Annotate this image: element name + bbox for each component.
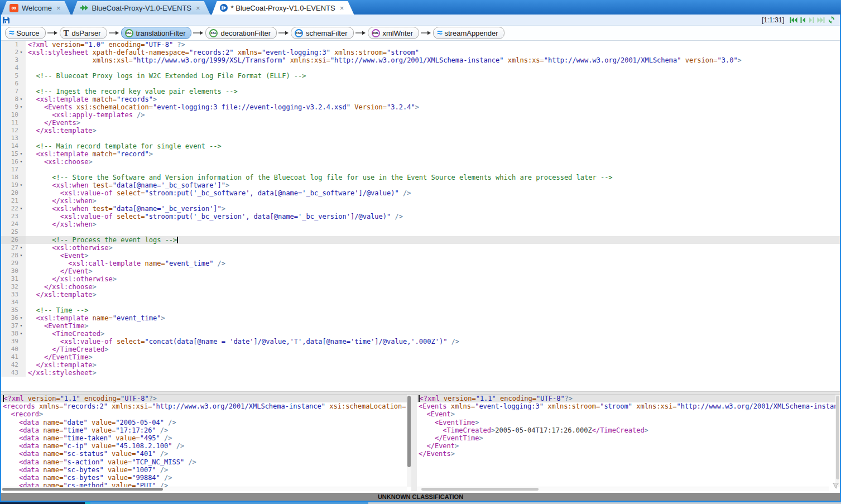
editor-line[interactable]: 40 </TimeCreated>	[1, 345, 840, 353]
gutter-line-number: 35	[1, 306, 26, 314]
editor-line[interactable]: 4	[1, 64, 840, 72]
editor-line[interactable]: 43</xsl:stylesheet>	[1, 369, 840, 377]
gutter-line-number: 30	[1, 267, 26, 275]
tab-xslt[interactable]: * BlueCoat-Proxy-V1.0-EVENTS×	[212, 1, 354, 15]
editor-line[interactable]: 6	[1, 80, 840, 88]
editor-line[interactable]: 39 <xsl:value-of select="concat(data[@na…	[1, 338, 840, 345]
code-text: <!-- Main record template for single eve…	[26, 142, 840, 150]
editor-line[interactable]: 9▾ <Events xsi:schemaLocation="event-log…	[1, 103, 840, 111]
editor-line[interactable]: 41 </EventTime>	[1, 353, 840, 361]
xslt-editor[interactable]: 1<?xml version="1.0" encoding="UTF-8" ?>…	[1, 41, 840, 391]
editor-line[interactable]: 11 </Events>	[1, 119, 840, 127]
editor-line[interactable]: 27▾ <xsl:otherwise>	[1, 244, 840, 252]
output-horizontal-scrollbar[interactable]	[417, 487, 829, 491]
editor-line[interactable]: 42 </xsl:template>	[1, 361, 840, 369]
code-text: <xsl:apply-templates />	[26, 111, 840, 119]
editor-line[interactable]: 35 <!-- Time -->	[1, 306, 840, 314]
scrollbar-thumb[interactable]	[421, 488, 539, 491]
input-vertical-scrollbar[interactable]	[407, 395, 411, 487]
pipeline-link-arrow	[355, 28, 366, 38]
code-text: <xsl:value-of select="concat(data[@name …	[26, 338, 840, 345]
pipeline-element-Source[interactable]: ≈Source	[5, 27, 46, 39]
gutter-line-number: 40	[1, 345, 26, 353]
editor-line[interactable]: 13	[1, 135, 840, 142]
pipeline-element-label: translationFilter	[136, 29, 186, 37]
editor-line[interactable]: 30 </Event>	[1, 267, 840, 275]
editor-line[interactable]: 7 <!-- Ingest the record key value pair …	[1, 88, 840, 95]
output-pane[interactable]: <?xml version="1.1" encoding="UTF-8"?><E…	[417, 395, 840, 491]
tab-close-icon[interactable]: ×	[340, 4, 344, 12]
pipeline-element-translationFilter[interactable]: XSLtranslationFilter	[121, 27, 192, 39]
tab-welcome[interactable]: ∞Welcome×	[2, 1, 71, 15]
code-text: </TimeCreated>	[26, 345, 840, 353]
editor-line[interactable]: 10 <xsl:apply-templates />	[1, 111, 840, 119]
input-horizontal-scrollbar[interactable]	[1, 487, 407, 491]
editor-line[interactable]: 18 <!-- Store the Software and Version i…	[1, 174, 840, 181]
code-text	[26, 166, 840, 174]
editor-line[interactable]: 25	[1, 228, 840, 236]
gutter-line-number: 34	[1, 299, 26, 306]
editor-line[interactable]: 31 </xsl:otherwise>	[1, 275, 840, 283]
fold-spacer	[18, 127, 24, 135]
pipeline-element-streamAppender[interactable]: ≈streamAppender	[433, 27, 504, 39]
pane-line: </Event>	[417, 442, 840, 450]
tab-feed[interactable]: BlueCoat-Proxy-V1.0-EVENTS×	[73, 1, 210, 15]
fold-spacer	[18, 267, 24, 275]
pipeline-element-schemaFilter[interactable]: XSDschemaFilter	[291, 27, 353, 39]
fold-spacer	[18, 275, 24, 283]
scrollbar-thumb[interactable]	[407, 396, 411, 467]
editor-line[interactable]: 5 <!-- Bluecoat Proxy logs in W2C Extend…	[1, 72, 840, 80]
editor-line[interactable]: 26 <!-- Process the event logs -->	[1, 236, 840, 244]
editor-line[interactable]: 28▾ <Event>	[1, 252, 840, 260]
editor-line[interactable]: 37▾ <EventTime>	[1, 322, 840, 330]
output-vertical-scrollbar[interactable]	[835, 395, 840, 487]
gutter-line-number: 43	[1, 369, 26, 377]
scrollbar-thumb[interactable]	[2, 488, 163, 491]
editor-line[interactable]: 19▾ <xsl:when test="data[@name='_bc_soft…	[1, 181, 840, 189]
editor-line[interactable]: 17	[1, 166, 840, 174]
pipeline-element-xmlWriter[interactable]: XMLxmlWriter	[368, 27, 420, 39]
fold-arrow-icon: ▾	[18, 330, 24, 338]
editor-line[interactable]: 8▾ <xsl:template match="records">	[1, 95, 840, 103]
editor-line[interactable]: 1<?xml version="1.0" encoding="UTF-8" ?>	[1, 41, 840, 49]
editor-line[interactable]: 16▾ <xsl:choose>	[1, 158, 840, 166]
fold-spacer	[18, 111, 24, 119]
editor-line[interactable]: 23 <xsl:value-of select="stroom:put('_bc…	[1, 213, 840, 220]
pane-line: </EventTime>	[417, 434, 840, 442]
code-text: </xsl:template>	[26, 361, 840, 369]
editor-line[interactable]: 22▾ <xsl:when test="data[@name='_bc_vers…	[1, 205, 840, 213]
xsd-icon: XSD	[295, 29, 303, 37]
editor-line[interactable]: 12 </xsl:template>	[1, 127, 840, 135]
fold-spacer	[18, 41, 24, 49]
classification-text: UNKNOWN CLASSIFICATION	[378, 493, 463, 500]
pipeline-element-decorationFilter[interactable]: XSLdecorationFilter	[205, 27, 277, 39]
input-pane[interactable]: <?xml version="1.1" encoding="UTF-8"?><r…	[1, 395, 411, 491]
code-text	[26, 135, 840, 142]
editor-line[interactable]: 38▾ <TimeCreated>	[1, 330, 840, 338]
previous-page-icon[interactable]	[800, 17, 806, 23]
editor-line[interactable]: 21 </xsl:when>	[1, 197, 840, 205]
tab-close-icon[interactable]: ×	[56, 4, 61, 12]
editor-line[interactable]: 14 <!-- Main record template for single …	[1, 142, 840, 150]
pipeline-element-dsParser[interactable]: TdsParser	[60, 27, 107, 39]
first-page-icon[interactable]	[790, 17, 797, 23]
editor-line[interactable]: 24 </xsl:when>	[1, 220, 840, 228]
editor-line[interactable]: 20 <xsl:value-of select="stroom:put('_bc…	[1, 189, 840, 197]
editor-line[interactable]: 3 xmlns:xsl="http://www.w3.org/1999/XSL/…	[1, 56, 840, 64]
tab-close-icon[interactable]: ×	[196, 4, 200, 12]
editor-line[interactable]: 34	[1, 299, 840, 306]
editor-line[interactable]: 32 </xsl:choose>	[1, 283, 840, 291]
editor-line[interactable]: 2▾<xsl:stylesheet xpath-default-namespac…	[1, 49, 840, 56]
scrollbar-thumb[interactable]	[836, 396, 839, 479]
editor-line[interactable]: 36▾ <xsl:template name="event_time">	[1, 314, 840, 322]
editor-line[interactable]: 15▾ <xsl:template match="record">	[1, 150, 840, 158]
vertical-splitter[interactable]	[411, 395, 417, 491]
code-text: <xsl:when test="data[@name='_bc_software…	[26, 181, 840, 189]
save-icon[interactable]	[2, 16, 10, 24]
tab-bar: ∞Welcome×BlueCoat-Proxy-V1.0-EVENTS×* Bl…	[0, 0, 841, 15]
filter-icon[interactable]	[832, 482, 839, 491]
editor-line[interactable]: 29 <xsl:call-template name="event_time" …	[1, 260, 840, 267]
gutter-line-number: 31	[1, 275, 26, 283]
editor-line[interactable]: 33 </xsl:template>	[1, 291, 840, 299]
refresh-icon[interactable]	[828, 16, 835, 23]
